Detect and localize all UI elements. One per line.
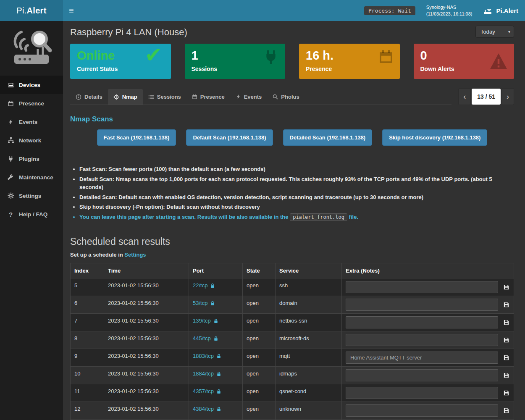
sitemap-icon <box>7 137 14 144</box>
extra-notes-input[interactable] <box>346 299 498 311</box>
cell-state: open <box>243 349 276 367</box>
calendar-icon <box>7 100 14 107</box>
period-select[interactable]: Today <box>475 26 514 38</box>
sidebar-item-settings[interactable]: Settings <box>0 186 63 205</box>
scan-note: Fast Scan: Scan fewer ports (100) than t… <box>79 165 514 173</box>
tab-sessions[interactable]: Sessions <box>143 89 186 105</box>
port-link[interactable]: 139/tcp <box>193 318 218 324</box>
extra-notes-input[interactable] <box>346 281 498 293</box>
tab-details[interactable]: Details <box>70 89 108 105</box>
cell-time: 2023-01-02 15:56:30 <box>104 367 189 384</box>
port-link[interactable]: 1884/tcp <box>193 370 221 377</box>
default-scan-button[interactable]: Default Scan (192.168.1.138) <box>186 129 273 146</box>
tab-events[interactable]: Events <box>230 89 268 105</box>
extra-notes-input[interactable] <box>346 352 498 364</box>
calendar-icon <box>378 49 394 66</box>
cell-port: 1883/tcp <box>189 349 243 367</box>
save-notes-button[interactable] <box>502 336 510 344</box>
col-time: Time <box>104 263 189 278</box>
page-title: Raspberry Pi 4 LAN (House) <box>70 27 187 38</box>
save-notes-button[interactable] <box>502 354 510 362</box>
next-device-button[interactable]: › <box>501 88 514 105</box>
save-notes-button[interactable] <box>502 407 510 415</box>
cell-port: 1884/tcp <box>189 367 243 384</box>
col-state: State <box>243 263 276 278</box>
sidebar-item-devices[interactable]: Devices <box>0 76 63 94</box>
hamburger-menu-icon[interactable]: ≡ <box>69 6 74 15</box>
cell-time: 2023-01-02 15:56:30 <box>104 402 189 420</box>
floppy-icon <box>503 354 509 361</box>
brand-logo[interactable]: Pi.Alert <box>0 0 63 21</box>
port-link[interactable]: 53/tcp <box>193 300 215 306</box>
cell-extra <box>342 349 514 367</box>
cell-extra <box>342 331 514 349</box>
cell-index: 12 <box>71 402 104 420</box>
port-link[interactable]: 4357/tcp <box>193 388 221 394</box>
sidebar-item-presence[interactable]: Presence <box>0 94 63 113</box>
main-content: Raspberry Pi 4 LAN (House) Today ▾ Onlin… <box>63 21 525 420</box>
port-link[interactable]: 445/tcp <box>193 335 218 341</box>
nas-info: Synology-NAS (11/03/2023, 16:11:08) <box>426 4 472 18</box>
sidebar-item-help-faq[interactable]: ? Help / FAQ <box>0 205 63 223</box>
pialert-logo-graphic <box>0 21 63 76</box>
table-row: 9 2023-01-02 15:56:30 1883/tcp open mqtt <box>71 349 514 367</box>
sidebar-item-maintenance[interactable]: Maintenance <box>0 168 63 186</box>
fast-scan-button[interactable]: Fast Scan (192.168.1.138) <box>97 129 176 146</box>
skip-host-discovery-button[interactable]: Skip host discovery (192.168.1.138) <box>382 129 487 146</box>
cell-state: open <box>243 296 276 314</box>
search-icon <box>273 94 278 100</box>
brand-prefix: Pi. <box>16 6 26 16</box>
tab-pholus[interactable]: Pholus <box>267 89 304 105</box>
detailed-scan-button[interactable]: Detailed Scan (192.168.1.138) <box>283 129 373 146</box>
tab-nmap[interactable]: Nmap <box>108 89 143 105</box>
page-head: Raspberry Pi 4 LAN (House) Today ▾ <box>70 25 514 38</box>
save-notes-button[interactable] <box>502 301 510 309</box>
router-icon <box>483 6 492 15</box>
tab-label: Pholus <box>281 94 299 100</box>
header-brand-right[interactable]: Pi.Alert <box>483 6 518 15</box>
col-service: Service <box>276 263 342 278</box>
status-cards: Online Current Status ✔ 1 Sessions 16 h.… <box>70 44 514 79</box>
cell-service: unknown <box>276 402 342 420</box>
cell-state: open <box>243 402 276 420</box>
lock-icon <box>216 389 221 394</box>
col-index: Index <box>71 263 104 278</box>
save-notes-button[interactable] <box>502 284 510 291</box>
table-row: 5 2023-01-02 15:56:30 22/tcp open ssh <box>71 278 514 296</box>
save-notes-button[interactable] <box>502 389 510 397</box>
tab-presence[interactable]: Presence <box>186 89 230 105</box>
col-port: Port <box>189 263 243 278</box>
prev-device-button[interactable]: ‹ <box>458 88 471 105</box>
laptop-icon <box>7 81 14 88</box>
process-status-badge: Process: Wait <box>364 6 415 15</box>
save-notes-button[interactable] <box>502 372 510 379</box>
sidebar-item-plugins[interactable]: Plugins <box>0 150 63 168</box>
floppy-icon <box>503 390 509 396</box>
port-link[interactable]: 1883/tcp <box>193 353 221 359</box>
cell-state: open <box>243 278 276 296</box>
extra-notes-input[interactable] <box>346 387 498 399</box>
sidebar-item-label: Events <box>19 119 37 125</box>
cell-service: mqtt <box>276 349 342 367</box>
cell-port: 139/tcp <box>189 314 243 331</box>
floppy-icon <box>503 319 509 326</box>
lock-icon <box>210 283 215 288</box>
floppy-icon <box>503 302 509 308</box>
save-notes-button[interactable] <box>502 319 510 326</box>
extra-notes-input[interactable] <box>346 404 498 417</box>
top-nav-right: Process: Wait Synology-NAS (11/03/2023, … <box>364 4 518 18</box>
scan-buttons: Fast Scan (192.168.1.138) Default Scan (… <box>70 129 514 146</box>
sidebar-nav: Devices Presence Events Network Plugins … <box>0 76 63 223</box>
extra-notes-input[interactable] <box>346 369 498 381</box>
sidebar-item-label: Plugins <box>19 156 39 162</box>
port-link[interactable]: 4384/tcp <box>193 406 221 412</box>
extra-notes-input[interactable] <box>346 334 498 346</box>
log-hint-after: file. <box>347 214 358 220</box>
floppy-icon <box>503 337 509 343</box>
extra-notes-input[interactable] <box>346 316 498 328</box>
sidebar-item-events[interactable]: Events <box>0 113 63 131</box>
port-link[interactable]: 22/tcp <box>193 282 215 289</box>
settings-link[interactable]: Settings <box>124 252 146 258</box>
lock-icon <box>213 318 218 323</box>
sidebar-item-network[interactable]: Network <box>0 131 63 150</box>
